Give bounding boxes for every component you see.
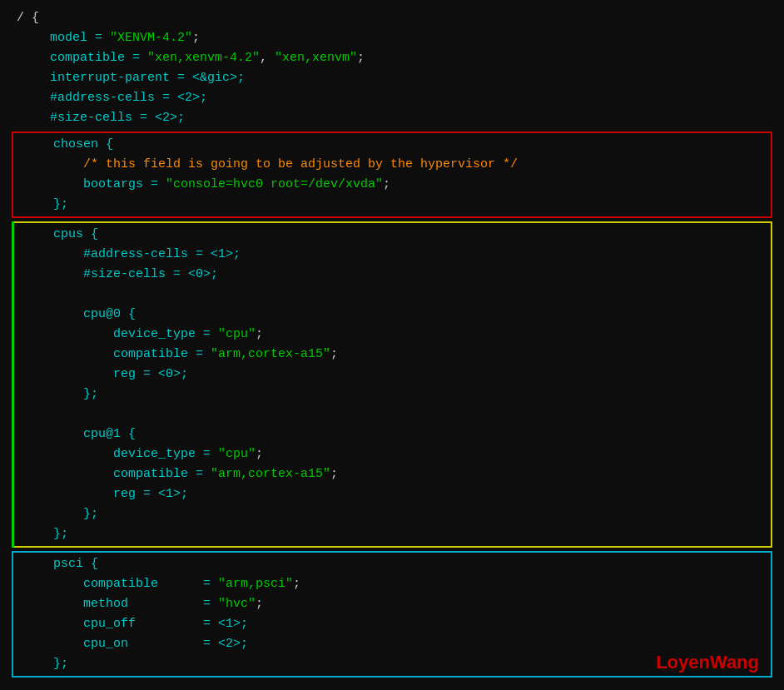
code-text: ; — [357, 48, 365, 68]
code-text: compatible = — [23, 574, 218, 594]
code-text: "arm,cortex-a15" — [211, 345, 330, 365]
psci-compatible: compatible = "arm,psci"; — [18, 574, 766, 594]
cpu0-open: cpu@0 { — [18, 305, 766, 325]
code-text: bootargs = — [23, 175, 166, 195]
code-text: ; — [293, 574, 300, 594]
cpu0-device-type: device_type = "cpu"; — [18, 325, 766, 345]
code-text: compatible = — [23, 464, 211, 484]
code-text: }; — [23, 504, 98, 524]
cpu1-reg: reg = <1>; — [18, 484, 766, 504]
code-text: compatible = — [50, 48, 147, 68]
cpu0-close: }; — [18, 385, 766, 405]
code-text: "hvc" — [218, 594, 256, 614]
psci-cpu-on: cpu_on = <2>; — [18, 634, 766, 654]
code-text: #size-cells = <0>; — [23, 265, 218, 285]
code-text: / { — [17, 8, 39, 28]
code-text: cpu_off = <1>; — [23, 614, 248, 634]
cpus-blank — [18, 285, 766, 305]
code-text: "cpu" — [218, 325, 256, 345]
code-line-size: #size-cells = <2>; — [0, 108, 784, 128]
code-text: interrupt-parent = <&gic>; — [50, 68, 245, 88]
code-text: ; — [330, 345, 338, 365]
cpu0-compatible: compatible = "arm,cortex-a15"; — [18, 345, 766, 365]
code-text: ; — [383, 175, 390, 195]
code-text: #address-cells = <1>; — [23, 245, 241, 265]
cpus-addr: #address-cells = <1>; — [18, 245, 766, 265]
code-text: compatible = — [23, 345, 211, 365]
cpu1-open: cpu@1 { — [18, 424, 766, 444]
code-text: ; — [256, 594, 263, 614]
cpus-section: cpus { #address-cells = <1>; #size-cells… — [0, 221, 784, 548]
code-text: ; — [192, 28, 200, 48]
code-text: cpu@0 { — [23, 305, 136, 325]
code-text: cpus { — [23, 225, 98, 245]
code-text: cpu@1 { — [23, 424, 136, 444]
code-text: "cpu" — [218, 444, 256, 464]
code-text: , — [260, 48, 275, 68]
chosen-block: chosen { /* this field is going to be ad… — [12, 132, 772, 218]
code-text: ; — [256, 444, 263, 464]
code-line-root: / { — [0, 8, 784, 28]
chosen-bootargs: bootargs = "console=hvc0 root=/dev/xvda"… — [18, 175, 766, 195]
code-text: model = — [50, 28, 110, 48]
code-text: psci { — [23, 554, 98, 574]
code-text: method = — [23, 594, 218, 614]
chosen-open: chosen { — [18, 135, 766, 155]
cpus-close: }; — [18, 524, 766, 544]
code-text: }; — [23, 195, 68, 215]
code-line-interrupt: interrupt-parent = <&gic>; — [0, 68, 784, 88]
code-text: "arm,cortex-a15" — [211, 464, 330, 484]
code-text: device_type = — [23, 444, 218, 464]
psci-cpu-off: cpu_off = <1>; — [18, 614, 766, 634]
code-text: "xen,xenvm" — [275, 48, 357, 68]
cpus-blank2 — [18, 405, 766, 424]
code-viewer: / { model = "XENVM-4.2"; compatible = "x… — [0, 0, 784, 690]
cpus-size: #size-cells = <0>; — [18, 265, 766, 285]
code-line-address: #address-cells = <2>; — [0, 88, 784, 108]
code-text: cpu_on = <2>; — [23, 634, 248, 654]
chosen-close: }; — [18, 195, 766, 215]
psci-method: method = "hvc"; — [18, 594, 766, 614]
psci-close: }; — [18, 654, 766, 674]
code-text: "console=hvc0 root=/dev/xvda" — [166, 175, 383, 195]
code-text: #address-cells = <2>; — [50, 88, 207, 108]
code-text: reg = <1>; — [23, 484, 188, 504]
cpu1-device-type: device_type = "cpu"; — [18, 444, 766, 464]
code-text: /* this field is going to be adjusted by… — [23, 155, 518, 175]
cpus-block: cpus { #address-cells = <1>; #size-cells… — [12, 221, 772, 548]
code-text: }; — [23, 654, 68, 674]
green-bar — [12, 221, 14, 548]
cpu1-compatible: compatible = "arm,cortex-a15"; — [18, 464, 766, 484]
code-line-compatible: compatible = "xen,xenvm-4.2", "xen,xenvm… — [0, 48, 784, 68]
code-text: "XENVM-4.2" — [110, 28, 192, 48]
code-text: }; — [23, 385, 98, 405]
code-text: reg = <0>; — [23, 365, 188, 385]
code-text: "arm,psci" — [218, 574, 293, 594]
code-text: "xen,xenvm-4.2" — [147, 48, 260, 68]
code-text: }; — [23, 524, 68, 544]
code-text: device_type = — [23, 325, 218, 345]
code-text: #size-cells = <2>; — [50, 108, 185, 128]
cpu0-reg: reg = <0>; — [18, 365, 766, 385]
psci-open: psci { — [18, 554, 766, 574]
cpus-open: cpus { — [18, 225, 766, 245]
code-text: ; — [256, 325, 263, 345]
code-text: chosen { — [23, 135, 113, 155]
cpu1-close: }; — [18, 504, 766, 524]
code-line-model: model = "XENVM-4.2"; — [0, 28, 784, 48]
code-text: ; — [330, 464, 338, 484]
chosen-comment: /* this field is going to be adjusted by… — [18, 155, 766, 175]
watermark: LoyenWang — [656, 652, 759, 673]
